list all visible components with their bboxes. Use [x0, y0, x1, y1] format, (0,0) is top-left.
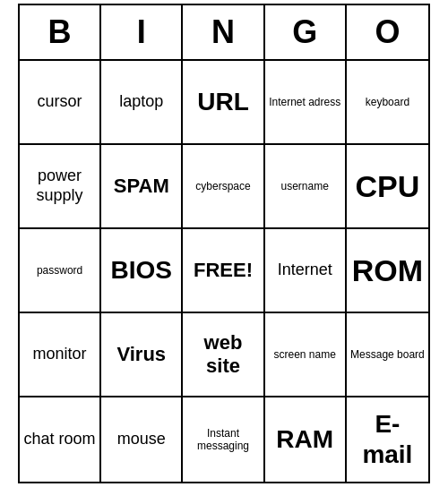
- cell-text: Internet adress: [269, 96, 340, 108]
- cell-text: BIOS: [111, 255, 172, 286]
- bingo-cell: chat room: [20, 397, 101, 482]
- bingo-cell: ROM: [347, 229, 428, 313]
- header-letter: G: [265, 5, 347, 59]
- bingo-cell: laptop: [101, 61, 183, 145]
- bingo-cell: RAM: [265, 397, 347, 482]
- cell-text: CPU: [355, 168, 419, 205]
- cell-text: FREE!: [194, 259, 253, 282]
- header-letter: N: [183, 5, 264, 59]
- bingo-cell: cursor: [20, 61, 101, 145]
- cell-text: power supply: [23, 167, 96, 205]
- cell-text: RAM: [276, 424, 333, 455]
- bingo-cell: keyboard: [347, 61, 428, 145]
- bingo-cell: monitor: [20, 313, 101, 397]
- bingo-cell: web site: [183, 313, 264, 397]
- bingo-cell: E-mail: [347, 397, 428, 482]
- cell-text: screen name: [274, 348, 336, 361]
- cell-text: cyberspace: [195, 180, 250, 192]
- header-letter: O: [347, 5, 428, 59]
- header-letter: B: [20, 5, 101, 59]
- cell-text: ROM: [352, 252, 423, 289]
- cell-text: Instant messaging: [186, 427, 259, 453]
- bingo-cell: Internet adress: [265, 61, 347, 145]
- bingo-cell: Message board: [347, 313, 428, 397]
- cell-text: Internet: [278, 261, 332, 280]
- cell-text: Virus: [116, 343, 166, 366]
- bingo-cell: Virus: [101, 313, 183, 397]
- bingo-cell: Internet: [265, 229, 347, 313]
- bingo-cell: CPU: [347, 145, 428, 229]
- cell-text: SPAM: [114, 175, 169, 198]
- bingo-cell: FREE!: [183, 229, 264, 313]
- cell-text: Message board: [350, 348, 425, 361]
- cell-text: laptop: [119, 92, 163, 112]
- cell-text: URL: [197, 87, 249, 117]
- bingo-card: BINGO cursorlaptopURLInternet adresskeyb…: [18, 4, 430, 483]
- bingo-cell: Instant messaging: [183, 397, 264, 482]
- bingo-cell: URL: [183, 61, 264, 145]
- bingo-cell: power supply: [20, 145, 101, 229]
- bingo-grid: cursorlaptopURLInternet adresskeyboardpo…: [20, 61, 428, 482]
- bingo-cell: password: [20, 229, 101, 313]
- cell-text: mouse: [117, 430, 166, 449]
- cell-text: username: [281, 180, 329, 192]
- cell-text: keyboard: [366, 96, 409, 108]
- cell-text: E-mail: [350, 409, 425, 469]
- bingo-cell: screen name: [265, 313, 347, 397]
- cell-text: cursor: [38, 92, 82, 112]
- bingo-cell: cyberspace: [183, 145, 264, 229]
- bingo-cell: BIOS: [101, 229, 183, 313]
- bingo-cell: SPAM: [101, 145, 183, 229]
- cell-text: chat room: [24, 430, 96, 449]
- header-letter: I: [101, 5, 183, 59]
- cell-text: monitor: [33, 345, 87, 364]
- bingo-header: BINGO: [20, 5, 428, 61]
- bingo-cell: username: [265, 145, 347, 229]
- cell-text: web site: [186, 331, 259, 379]
- cell-text: password: [37, 264, 82, 277]
- bingo-cell: mouse: [101, 397, 183, 482]
